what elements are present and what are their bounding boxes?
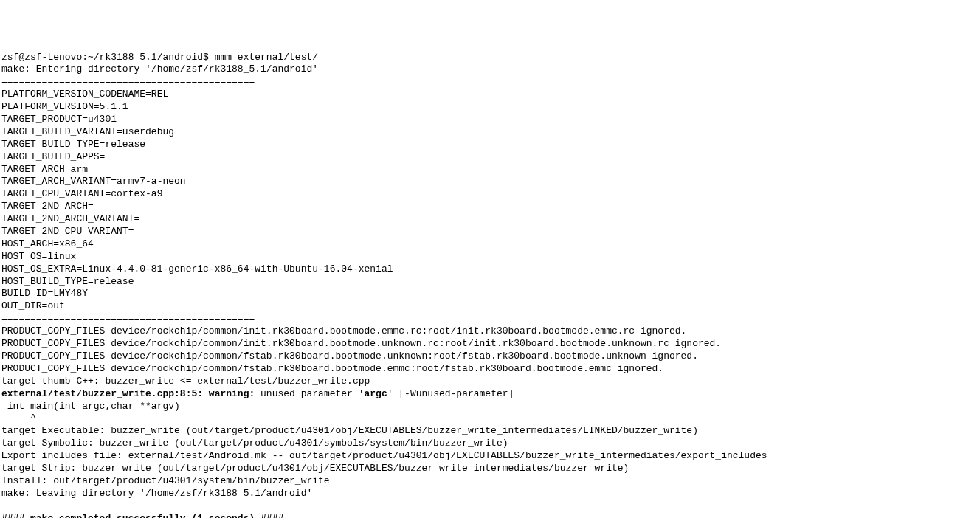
terminal-line: TARGET_PRODUCT=u4301 (1, 114, 979, 126)
terminal-line: make: Leaving directory '/home/zsf/rk318… (1, 488, 979, 500)
terminal-line: Install: out/target/product/u4301/system… (1, 475, 979, 488)
warning-suffix: ' [-Wunused-parameter] (387, 388, 514, 399)
terminal-line: ========================================… (1, 313, 979, 325)
terminal-line: OUT_DIR=out (1, 300, 979, 313)
terminal-line: int main(int argc,char **argv) (1, 401, 979, 413)
terminal-output[interactable]: zsf@zsf-Lenovo:~/rk3188_5.1/android$ mmm… (1, 52, 979, 518)
terminal-line: target thumb C++: buzzer_write <= extern… (1, 376, 979, 388)
terminal-line: PRODUCT_COPY_FILES device/rockchip/commo… (1, 338, 979, 350)
terminal-line: target Symbolic: buzzer_write (out/targe… (1, 438, 979, 450)
terminal-line: TARGET_2ND_CPU_VARIANT= (1, 226, 979, 238)
terminal-line: PLATFORM_VERSION_CODENAME=REL (1, 89, 979, 101)
compiler-warning-line: external/test/buzzer_write.cpp:8:5: warn… (1, 388, 979, 401)
terminal-line: make: Entering directory '/home/zsf/rk31… (1, 63, 979, 76)
terminal-line: TARGET_BUILD_VARIANT=userdebug (1, 126, 979, 139)
terminal-line (1, 500, 979, 513)
warning-prefix: external/test/buzzer_write.cpp:8:5: warn… (1, 388, 260, 399)
terminal-line: HOST_BUILD_TYPE=release (1, 276, 979, 289)
terminal-line: TARGET_CPU_VARIANT=cortex-a9 (1, 188, 979, 201)
terminal-line: PLATFORM_VERSION=5.1.1 (1, 101, 979, 114)
terminal-line: target Strip: buzzer_write (out/target/p… (1, 463, 979, 475)
terminal-line: PRODUCT_COPY_FILES device/rockchip/commo… (1, 363, 979, 376)
terminal-line: Export includes file: external/test/Andr… (1, 450, 979, 463)
terminal-line: zsf@zsf-Lenovo:~/rk3188_5.1/android$ mmm… (1, 52, 979, 64)
warning-middle: unused parameter ' (260, 388, 364, 399)
warning-argc: argc (365, 388, 387, 399)
terminal-line: ^ (1, 412, 979, 425)
terminal-line: TARGET_BUILD_APPS= (1, 151, 979, 164)
terminal-line: PRODUCT_COPY_FILES device/rockchip/commo… (1, 350, 979, 363)
terminal-line: BUILD_ID=LMY48Y (1, 288, 979, 300)
terminal-line: PRODUCT_COPY_FILES device/rockchip/commo… (1, 325, 979, 338)
terminal-line: TARGET_ARCH_VARIANT=armv7-a-neon (1, 176, 979, 188)
terminal-line: ========================================… (1, 76, 979, 89)
terminal-line: HOST_OS=linux (1, 251, 979, 263)
terminal-line: HOST_ARCH=x86_64 (1, 238, 979, 251)
terminal-line: TARGET_BUILD_TYPE=release (1, 139, 979, 151)
terminal-line: TARGET_2ND_ARCH_VARIANT= (1, 213, 979, 226)
terminal-line: TARGET_2ND_ARCH= (1, 201, 979, 213)
terminal-line: #### make completed successfully (1 seco… (1, 513, 979, 518)
terminal-line: HOST_OS_EXTRA=Linux-4.4.0-81-generic-x86… (1, 263, 979, 276)
terminal-line: TARGET_ARCH=arm (1, 164, 979, 176)
terminal-line: target Executable: buzzer_write (out/tar… (1, 425, 979, 438)
